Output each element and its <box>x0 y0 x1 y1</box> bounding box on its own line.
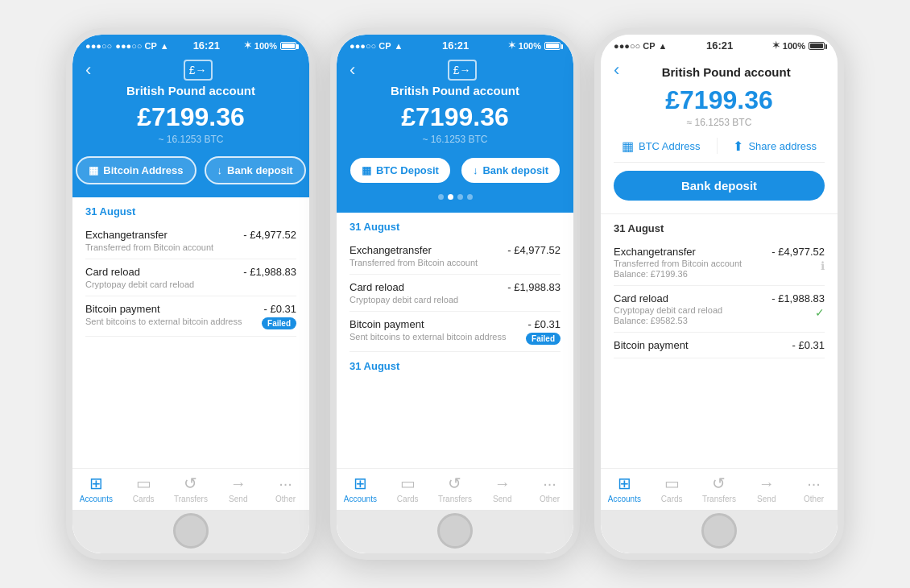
tx-amount: - £4,977.52 <box>507 244 560 256</box>
table-row: Card reload Cryptopay debit card reload … <box>614 286 825 333</box>
nav-accounts-3[interactable]: ⊞ Accounts <box>605 474 643 503</box>
wifi-icon: ▲ <box>160 41 169 51</box>
tx-sub: Transferred from Bitcoin account <box>85 242 243 252</box>
battery-label: 100% <box>519 41 541 51</box>
share-address-button-3[interactable]: ⬆ Share address <box>733 138 817 154</box>
home-button-1[interactable] <box>173 513 209 549</box>
tx-balance: Balance: £9582.53 <box>614 316 771 325</box>
nav-label: Other <box>275 495 296 503</box>
battery-label: 100% <box>783 41 805 51</box>
download-icon-1: ↓ <box>217 164 223 176</box>
tx-name: Card reload <box>614 292 771 304</box>
nav-transfers-3[interactable]: ↺ Transfers <box>700 474 738 503</box>
send-icon: → <box>759 474 775 493</box>
failed-badge: Failed <box>262 317 296 329</box>
wifi-icon: ▲ <box>395 41 403 51</box>
tx-name: Card reload <box>85 266 243 278</box>
share-icon-3: ⬆ <box>733 139 743 154</box>
nav-cards-1[interactable]: ▭ Cards <box>124 474 163 503</box>
account-title-3: British Pound account <box>627 65 825 79</box>
btc-deposit-button-2[interactable]: ▦ BTC Deposit <box>349 156 452 184</box>
tx-name: Bitcoin payment <box>614 339 792 351</box>
tx-sub: Cryptopay debit card reload <box>350 295 507 304</box>
nav-cards-3[interactable]: ▭ Cards <box>652 474 691 503</box>
carousel-dots <box>350 194 560 200</box>
balance-btc-3: ≈ 16.1253 BTC <box>614 117 825 128</box>
nav-accounts-2[interactable]: ⊞ Accounts <box>341 474 379 503</box>
account-header-3: ‹ British Pound account £7199.36 ≈ 16.12… <box>601 55 838 214</box>
nav-label: Transfers <box>702 495 736 503</box>
nav-label: Accounts <box>80 495 113 503</box>
tx-amount: - £0.31 <box>792 339 825 351</box>
battery-label: 100% <box>254 41 277 51</box>
nav-transfers-2[interactable]: ↺ Transfers <box>436 474 474 503</box>
tx-list-1: 31 August Exchangetransfer Transferred f… <box>72 197 309 468</box>
table-row: Exchangetransfer Transferred from Bitcoi… <box>614 239 825 286</box>
tx-sub: Cryptopay debit card reload <box>614 305 771 315</box>
tx-amount: - £0.31 <box>264 303 296 315</box>
action-buttons-1: ▦ Bitcoin Address ↓ Bank deposit <box>85 156 296 184</box>
signal-icon: ●●●○○ CP <box>350 41 391 51</box>
phones-container: ●●●○○ ●●●○○ CP ▲ 16:21 ✶ 100% ‹ £→ Briti… <box>50 12 860 576</box>
home-area-1 <box>72 510 309 553</box>
dot-1 <box>438 194 444 200</box>
time-display-2: 16:21 <box>442 39 469 52</box>
bluetooth-icon: ✶ <box>244 40 251 51</box>
action-buttons-2: ▦ BTC Deposit ↓ Bank deposit <box>350 156 560 184</box>
bank-deposit-button-2[interactable]: ↓ Bank deposit <box>460 156 561 184</box>
home-button-3[interactable] <box>701 513 737 549</box>
nav-send-3[interactable]: → Send <box>747 474 786 503</box>
signal-icon: ●●●○○ <box>85 41 112 51</box>
nav-accounts-1[interactable]: ⊞ Accounts <box>77 474 115 503</box>
balance-amount-1: £7199.36 <box>85 102 296 132</box>
back-button-2[interactable]: ‹ <box>350 60 355 81</box>
home-button-2[interactable] <box>437 513 473 549</box>
bottom-nav-2: ⊞ Accounts ▭ Cards ↺ Transfers → Send ··… <box>337 468 573 510</box>
table-row: Exchangetransfer Transferred from Bitcoi… <box>85 222 296 259</box>
bank-deposit-button-1[interactable]: ↓ Bank deposit <box>205 156 306 184</box>
nav-send-1[interactable]: → Send <box>219 474 258 503</box>
dot-4 <box>467 194 473 200</box>
nav-other-1[interactable]: ··· Other <box>267 474 305 503</box>
nav-send-2[interactable]: → Send <box>483 474 522 503</box>
table-row: Card reload Cryptopay debit card reload … <box>350 275 560 312</box>
dot-2 <box>448 194 453 200</box>
account-title-1: British Pound account <box>85 84 296 97</box>
tx-date-2b: 31 August <box>350 352 560 377</box>
account-header-2: ‹ £→ British Pound account £7199.36 ~ 16… <box>337 55 573 213</box>
bitcoin-address-button-1[interactable]: ▦ Bitcoin Address <box>76 156 196 184</box>
tx-sub: Cryptopay debit card reload <box>85 280 243 289</box>
btc-address-button-3[interactable]: ▦ BTC Address <box>622 138 701 154</box>
nav-cards-2[interactable]: ▭ Cards <box>388 474 427 503</box>
tx-sub: Sent bitcoins to external bitcoin addres… <box>85 317 262 326</box>
qr-icon-3: ▦ <box>622 139 634 154</box>
bottom-nav-3: ⊞ Accounts ▭ Cards ↺ Transfers → Send ··… <box>601 468 838 510</box>
account-title-2: British Pound account <box>350 84 560 97</box>
bank-deposit-button-3[interactable]: Bank deposit <box>614 171 825 201</box>
cards-icon: ▭ <box>664 474 680 493</box>
balance-btc-2: ~ 16.1253 BTC <box>350 134 560 145</box>
back-button-1[interactable]: ‹ <box>85 60 91 81</box>
qr-icon-1: ▦ <box>89 164 98 176</box>
carrier-label: ●●●○○ CP <box>115 41 157 51</box>
nav-other-2[interactable]: ··· Other <box>531 474 569 503</box>
back-button-3[interactable]: ‹ <box>614 60 619 81</box>
balance-amount-2: £7199.36 <box>350 102 560 132</box>
tx-amount: - £1,988.83 <box>243 266 296 278</box>
dot-3 <box>457 194 463 200</box>
accounts-icon: ⊞ <box>89 474 103 493</box>
nav-other-3[interactable]: ··· Other <box>795 474 833 503</box>
battery-icon <box>544 42 560 50</box>
balance-btc-1: ~ 16.1253 BTC <box>85 134 296 145</box>
nav-label: Transfers <box>174 495 208 503</box>
status-bar-1: ●●●○○ ●●●○○ CP ▲ 16:21 ✶ 100% <box>72 35 309 55</box>
accounts-icon: ⊞ <box>618 474 631 493</box>
other-icon: ··· <box>543 474 556 493</box>
nav-transfers-1[interactable]: ↺ Transfers <box>172 474 210 503</box>
status-bar-2: ●●●○○ CP ▲ 16:21 ✶ 100% <box>337 35 573 55</box>
tx-amount: - £1,988.83 <box>507 281 560 293</box>
battery-icon <box>809 42 825 50</box>
phone-3: ●●●○○ CP ▲ 16:21 ✶ 100% ‹ British Pound … <box>594 28 844 560</box>
tx-name: Exchangetransfer <box>614 246 771 258</box>
transfers-icon: ↺ <box>712 474 726 493</box>
